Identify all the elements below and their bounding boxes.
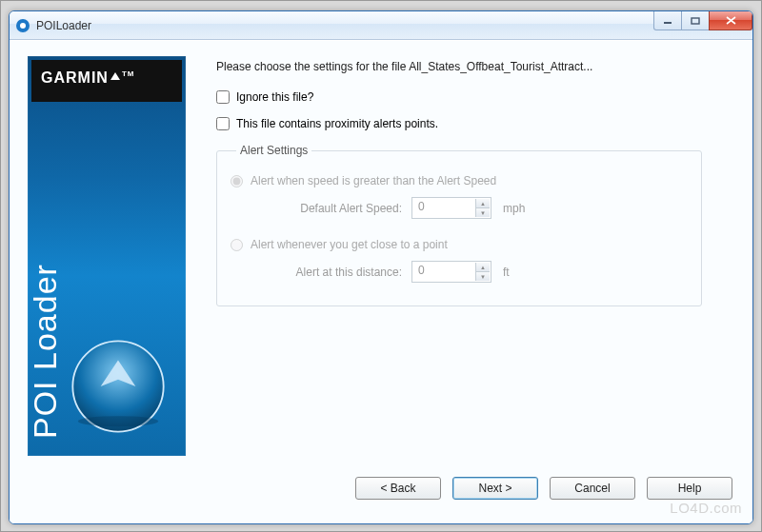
default-speed-row: Default Alert Speed: 0 ▲ ▼ mph	[272, 197, 688, 219]
spin-up-icon[interactable]: ▲	[475, 199, 490, 208]
distance-label: Alert at this distance:	[272, 266, 402, 279]
product-name: POI Loader	[28, 264, 64, 439]
distance-row: Alert at this distance: 0 ▲ ▼ ft	[272, 261, 688, 283]
orb-icon	[66, 334, 170, 439]
instruction-text: Please choose the settings for the file …	[216, 60, 729, 73]
proximity-checkbox[interactable]	[216, 117, 230, 130]
window-controls	[654, 11, 752, 30]
maximize-button[interactable]	[681, 11, 710, 30]
default-speed-value: 0	[418, 200, 425, 213]
svg-point-1	[20, 23, 26, 29]
cancel-button[interactable]: Cancel	[550, 477, 635, 500]
ignore-file-checkbox[interactable]	[216, 90, 230, 104]
ignore-file-label: Ignore this file?	[236, 90, 313, 104]
svg-point-5	[78, 416, 158, 426]
minimize-icon	[663, 17, 672, 25]
alert-distance-radio[interactable]	[231, 239, 243, 251]
svg-rect-3	[692, 18, 699, 24]
client-area: GARMIN TM	[10, 40, 752, 523]
distance-spinner[interactable]: ▲ ▼	[475, 263, 490, 281]
distance-unit: ft	[503, 266, 510, 279]
default-speed-input[interactable]: 0 ▲ ▼	[411, 197, 491, 219]
close-icon	[726, 16, 736, 25]
maximize-icon	[691, 17, 700, 25]
spin-down-icon[interactable]: ▼	[475, 272, 490, 281]
default-speed-label: Default Alert Speed:	[272, 202, 402, 215]
tm-mark: TM	[122, 69, 135, 78]
spin-up-icon[interactable]: ▲	[475, 263, 490, 272]
wizard-buttons: < Back Next > Cancel Help	[28, 467, 734, 509]
wizard-banner: GARMIN TM	[28, 56, 186, 456]
back-button[interactable]: < Back	[355, 477, 441, 500]
garmin-tri-icon	[110, 68, 120, 85]
garmin-logo: GARMIN TM	[31, 60, 182, 102]
alert-distance-radio-row[interactable]: Alert whenever you get close to a point	[231, 238, 688, 251]
minimize-button[interactable]	[653, 11, 682, 30]
proximity-label: This file contains proximity alerts poin…	[236, 117, 438, 130]
wizard-page: Please choose the settings for the file …	[186, 56, 734, 467]
distance-value: 0	[418, 264, 425, 277]
svg-rect-2	[664, 22, 672, 24]
speed-spinner[interactable]: ▲ ▼	[475, 199, 490, 217]
window-title: POILoader	[36, 19, 91, 32]
next-button[interactable]: Next >	[452, 477, 538, 500]
alert-distance-label: Alert whenever you get close to a point	[251, 238, 448, 251]
ignore-file-row[interactable]: Ignore this file?	[216, 90, 729, 104]
titlebar[interactable]: POILoader	[10, 11, 752, 40]
app-window: POILoader GARMIN	[9, 10, 753, 524]
help-button[interactable]: Help	[647, 477, 732, 500]
alert-speed-label: Alert when speed is greater than the Ale…	[251, 174, 496, 187]
close-button[interactable]	[709, 11, 752, 30]
brand-text: GARMIN	[41, 69, 109, 86]
alert-speed-radio[interactable]	[231, 175, 243, 187]
alert-speed-radio-row[interactable]: Alert when speed is greater than the Ale…	[231, 174, 688, 187]
app-icon	[15, 18, 30, 33]
proximity-row[interactable]: This file contains proximity alerts poin…	[216, 117, 729, 130]
spin-down-icon[interactable]: ▼	[475, 208, 490, 217]
speed-unit: mph	[503, 202, 525, 215]
distance-input[interactable]: 0 ▲ ▼	[411, 261, 491, 283]
alert-settings-legend: Alert Settings	[236, 144, 311, 157]
alert-settings-group: Alert Settings Alert when speed is great…	[216, 144, 702, 306]
